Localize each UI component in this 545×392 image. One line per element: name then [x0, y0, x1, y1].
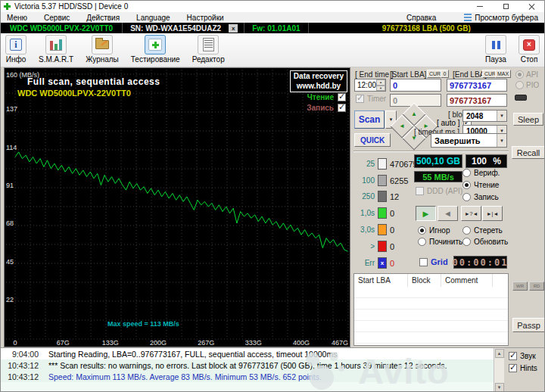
legend-read-checkbox[interactable] — [338, 93, 346, 101]
testing-label: Тестирование — [131, 55, 180, 64]
divider — [353, 151, 509, 152]
log-scrollbar[interactable]: ▲ ▼ — [494, 348, 504, 392]
pio-radio-icon[interactable] — [515, 81, 524, 89]
hddby-badge: Data recovery www.hdd.by — [290, 70, 347, 92]
close-button[interactable] — [519, 1, 544, 12]
read-radio-icon[interactable] — [462, 181, 471, 189]
latency-block-icon — [378, 191, 387, 202]
read-cache-button[interactable]: RD — [529, 282, 544, 291]
counter-row-25ms: 25 470675 — [353, 158, 418, 170]
counter-label: 25 — [353, 160, 375, 168]
testing-button[interactable]: Тестирование — [131, 35, 180, 64]
column-header-start-lba[interactable]: Start LBA — [358, 276, 391, 285]
after-scan-action-combo[interactable]: Завершить ▼ — [431, 133, 507, 148]
log-row: 9:04:00 Starting Reading, LBA=0..9767731… — [1, 348, 494, 359]
repair-radio[interactable]: Починить — [418, 238, 462, 246]
app-icon — [4, 3, 11, 10]
ignore-radio[interactable]: Игнор — [418, 226, 450, 235]
smart-button[interactable]: S.M.A.R.T — [39, 35, 73, 64]
write-radio-icon[interactable] — [462, 193, 471, 201]
minimize-button[interactable] — [467, 1, 493, 12]
start-lba-zero-button[interactable]: 0 — [441, 70, 449, 78]
timer-end-input[interactable]: 976773167 — [447, 94, 507, 107]
journals-button[interactable]: Журналы — [86, 35, 119, 64]
rewind-button[interactable]: ◄ — [438, 206, 458, 221]
progress-percent: 100 — [472, 156, 487, 166]
refresh-radio-icon[interactable] — [462, 238, 471, 246]
menu-help[interactable]: Справка — [405, 14, 444, 22]
recall-button[interactable]: Recall — [512, 146, 545, 159]
timer-checkbox[interactable] — [356, 95, 364, 103]
svg-text:114: 114 — [6, 144, 17, 151]
device-close-button[interactable]: x — [229, 24, 238, 33]
verify-radio[interactable]: Вериф. — [462, 169, 500, 177]
svg-text:267G: 267G — [198, 339, 214, 347]
menu-language[interactable]: Language — [128, 14, 179, 22]
dropdown-icon[interactable]: ▼ — [497, 134, 506, 147]
scan-button[interactable]: Scan — [354, 110, 385, 129]
timer-toggle[interactable]: Timer — [356, 95, 386, 103]
ddd-checkbox[interactable] — [416, 187, 424, 195]
stop-button[interactable]: × Стоп — [519, 35, 540, 64]
menu-main[interactable]: Меню — [5, 14, 36, 22]
menu-settings[interactable]: Настройки — [179, 14, 232, 22]
grid-checkbox[interactable] — [419, 258, 428, 266]
buffer-icon — [464, 14, 472, 21]
log-panel[interactable]: 9:04:00 Starting Reading, LBA=0..9767731… — [1, 348, 494, 392]
defect-table: Start LBA Block Comment — [353, 273, 509, 346]
quick-button[interactable]: QUICK — [354, 133, 391, 147]
sleep-button[interactable]: Sleep — [513, 113, 543, 126]
ddd-toggle[interactable]: DDD (API) — [416, 187, 462, 195]
legend-write-checkbox[interactable] — [338, 104, 346, 112]
write-radio[interactable]: Запись — [462, 193, 499, 201]
read-radio[interactable]: Чтение — [462, 181, 499, 189]
sound-toggle[interactable]: Звук — [509, 352, 544, 360]
scroll-up-icon[interactable]: ▲ — [495, 349, 504, 358]
api-radio-icon[interactable] — [515, 70, 524, 79]
end-time-spinner[interactable]: 12:00 ▲ ▼ — [354, 79, 386, 92]
erase-radio[interactable]: Стереть — [462, 226, 503, 235]
ignore-radio-icon[interactable] — [418, 226, 426, 235]
counter-label: Err — [353, 259, 375, 267]
pause-button[interactable]: Пауза — [485, 35, 506, 64]
sound-checkbox[interactable] — [509, 352, 517, 360]
hints-toggle[interactable]: Hints — [509, 364, 544, 372]
sound-label: Звук — [520, 352, 536, 360]
max-speed-note: Max speed = 113 MB/s — [107, 320, 179, 328]
api-radio[interactable]: API — [515, 70, 538, 79]
restore-button[interactable] — [493, 1, 519, 12]
end-lba-max-button[interactable]: MAX — [495, 70, 511, 78]
erase-radio-icon[interactable] — [462, 226, 471, 235]
menu-actions[interactable]: Действия — [78, 14, 128, 22]
dropdown-icon[interactable]: ▼ — [497, 110, 506, 121]
seek-defect-button[interactable]: ►?◄ — [461, 206, 481, 221]
latency-block-icon — [378, 224, 387, 235]
window-title: Victoria 5.37 HDD/SSD | Device 0 — [14, 2, 128, 11]
column-header-comment[interactable]: Comment — [445, 276, 478, 285]
menu-service[interactable]: Сервис — [36, 14, 78, 22]
spin-up-icon[interactable]: ▲ — [376, 79, 385, 86]
jump-edge-button[interactable]: ►|◄ — [482, 206, 503, 221]
column-header-block[interactable]: Block — [412, 276, 430, 285]
after-scan-action-value: Завершить — [431, 136, 497, 145]
verify-radio-icon[interactable] — [462, 169, 471, 177]
write-cache-button[interactable]: WR — [512, 282, 528, 291]
refresh-radio[interactable]: Обновить — [462, 238, 508, 246]
play-button[interactable]: ► — [416, 206, 436, 221]
pause-label: Пауза — [485, 55, 506, 64]
repair-radio-icon[interactable] — [418, 238, 426, 246]
hints-checkbox[interactable] — [509, 364, 517, 372]
defect-table-body[interactable] — [354, 287, 508, 345]
info-button[interactable]: i Инфо — [5, 35, 26, 64]
pio-radio[interactable]: PIO — [515, 81, 539, 89]
smart-icon — [50, 39, 62, 51]
editor-button[interactable]: Редактор — [192, 35, 225, 64]
spin-down-icon[interactable]: ▼ — [376, 86, 385, 92]
scroll-down-icon[interactable]: ▼ — [495, 383, 504, 392]
end-lba-input[interactable]: 976773167 — [447, 79, 507, 92]
buffer-view-button[interactable]: Просмотр буфера — [464, 14, 538, 22]
passport-button[interactable]: Passp — [512, 318, 545, 332]
block-size-combo[interactable]: 2048 ▼ — [462, 110, 507, 122]
counter-row-over: > 0 — [353, 241, 394, 252]
start-lba-input[interactable]: 0 — [390, 79, 441, 92]
